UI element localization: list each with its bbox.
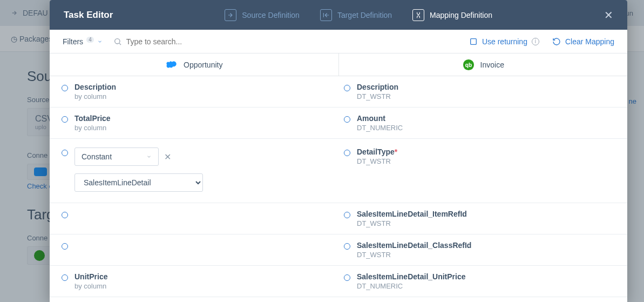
source-type-combo[interactable]: Constant [74,147,159,166]
object-header-row: Opportunity qb Invoice [50,53,627,76]
target-node-dot[interactable] [344,274,350,281]
modal-title: Task Editor [64,10,113,21]
mapping-row[interactable]: SalesItemLineDetail_ClassRefIdDT_WSTR [50,234,627,266]
task-editor-modal: Task Editor Source Definition Target Def… [50,0,627,302]
tab-source-definition[interactable]: Source Definition [225,9,300,21]
source-node-dot[interactable] [62,85,68,91]
chevron-down-icon [97,39,103,44]
filters-dropdown[interactable]: Filters 4 [63,37,103,46]
source-object: Opportunity [50,53,338,76]
constant-value-select[interactable]: SalesItemLineDetail [74,173,203,192]
use-returning-checkbox[interactable]: Use returning i [469,37,539,46]
target-node-dot[interactable] [344,150,350,156]
info-icon[interactable]: i [532,38,539,45]
target-node-dot[interactable] [344,116,350,123]
search-input[interactable] [126,37,234,46]
source-node-dot[interactable] [62,212,68,218]
svg-point-0 [114,38,119,43]
mapping-tab-icon [412,9,424,21]
target-object: qb Invoice [338,53,628,76]
chevron-down-icon [146,154,152,159]
target-node-dot[interactable] [344,85,350,91]
mapping-list[interactable]: Descriptionby column DescriptionDT_WSTR … [50,76,627,302]
undo-icon [552,37,561,46]
checkbox-empty-icon [469,37,478,46]
close-icon[interactable]: ✕ [604,9,613,22]
mapping-row[interactable]: SalesItemLineDetail_ItemRefIdDT_WSTR [50,203,627,234]
modal-header: Task Editor Source Definition Target Def… [50,0,627,30]
mapping-row-constant[interactable]: Constant ✕ SalesItemLineDetail DetailTyp… [50,139,627,203]
clear-mapping-button[interactable]: Clear Mapping [552,37,614,46]
source-node-dot[interactable] [62,116,68,123]
salesforce-icon [165,58,178,71]
filters-count-badge: 4 [86,37,94,43]
clear-source-icon[interactable]: ✕ [164,152,171,162]
target-node-dot[interactable] [344,212,350,218]
svg-rect-1 [471,38,477,44]
mapping-row[interactable]: TotalPriceby column AmountDT_NUMERIC [50,108,627,139]
source-node-dot[interactable] [62,150,68,156]
mapping-row[interactable]: SalesItemLineDetail_PriceLevelRefIdDT_WS… [50,297,627,302]
svg-text:qb: qb [465,62,471,68]
source-node-dot[interactable] [62,243,68,250]
target-tab-icon [320,9,332,21]
search-icon [113,37,122,46]
mapping-row[interactable]: Descriptionby column DescriptionDT_WSTR [50,76,627,108]
required-mark: * [395,147,397,156]
source-tab-icon [225,9,236,21]
source-node-dot[interactable] [62,274,68,281]
target-node-dot[interactable] [344,243,350,250]
toolbar: Filters 4 Use returning i Clear Mapping [50,30,627,53]
tab-target-definition[interactable]: Target Definition [320,9,392,21]
quickbooks-icon: qb [462,58,475,71]
mapping-row[interactable]: UnitPriceby column SalesItemLineDetail_U… [50,266,627,297]
tab-mapping-definition[interactable]: Mapping Definition [412,9,492,21]
